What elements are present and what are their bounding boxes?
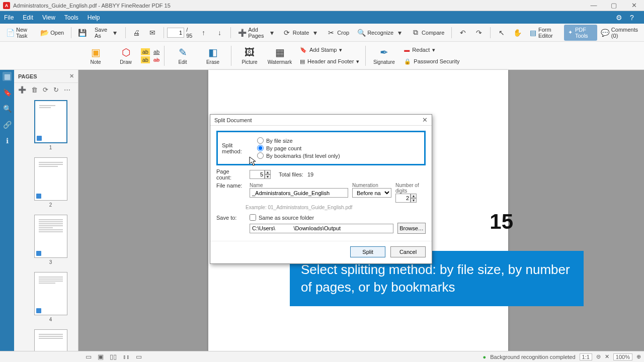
minimize-button[interactable]: — [584,0,604,11]
menu-file[interactable]: File [4,14,14,21]
close-button[interactable]: ✕ [624,0,644,11]
fit-indicator[interactable]: 1:1 [580,353,592,360]
bookmarks-panel-button[interactable]: 🔖 [3,88,12,97]
crop-icon: ✂ [327,29,335,37]
settings-icon[interactable]: ⚙ [614,14,624,22]
watermark-button[interactable]: ▦Watermark [265,43,295,68]
picture-button[interactable]: 🖼Picture [234,43,265,68]
thumbnail-1[interactable]: 1 [34,100,67,150]
crop-button[interactable]: ✂Crop [324,27,353,39]
compare-button[interactable]: ⧉Compare [408,27,448,39]
save-as-button[interactable]: Save As▾ [91,25,122,41]
rotate-button[interactable]: ⟳Rotate▾ [279,27,323,39]
close-panel-button[interactable]: ✕ [69,73,74,79]
help-icon[interactable]: ? [627,14,637,22]
radio-bookmarks[interactable]: By bookmarks (first level only) [257,152,340,159]
password-security-button[interactable]: 🔒Password Security [401,57,462,66]
redact-button[interactable]: ▬Redact▾ [401,46,462,54]
erase-button[interactable]: ◧Erase [198,43,228,68]
chevron-down-icon: ▾ [269,29,275,37]
header-icon: ▤ [300,58,305,65]
view-present-icon[interactable]: ▭ [136,353,142,360]
pages-panel-button[interactable]: ▦ [3,72,12,81]
redo-button[interactable]: ↷ [471,27,487,39]
menu-edit[interactable]: Edit [23,14,33,21]
page-number-input[interactable] [167,28,184,38]
recognize-button[interactable]: 🔍Recognize▾ [354,27,407,39]
save-path-input[interactable] [250,224,393,233]
select-tool[interactable]: ↖ [494,27,509,39]
undo-button[interactable]: ↶ [455,27,470,39]
maximize-button[interactable]: ▢ [604,0,624,11]
refresh-button[interactable]: ↻ [53,86,59,94]
hand-tool[interactable]: ✋ [510,27,525,39]
spin-down[interactable]: ▼ [265,174,271,179]
new-task-label: New Task [16,27,32,39]
digits-input[interactable] [395,194,411,203]
save-button[interactable]: 💾 [75,27,90,39]
view-scroll-icon[interactable]: ⫾⫾ [123,353,130,360]
thumbnail-2[interactable]: 2 [34,157,67,208]
pdf-tools-button[interactable]: ✦PDF Tools [564,25,597,41]
more-button[interactable]: ⋯ [64,86,70,94]
view-fit-icon[interactable]: ▣ [98,353,104,360]
menu-help[interactable]: Help [88,14,100,21]
thumbnails[interactable]: 1 2 3 4 [14,96,78,351]
add-pages-button[interactable]: ➕Add Pages▾ [234,25,278,41]
highlight2-button[interactable]: ab [141,56,150,63]
view-single-icon[interactable]: ▭ [86,353,92,360]
new-task-button[interactable]: 📄New Task [3,25,36,41]
zoom-out-button[interactable]: ⊝ [596,353,601,360]
menu-tools[interactable]: Tools [64,14,78,21]
strikeout-button[interactable]: ab [152,56,161,63]
watermark-label: Watermark [268,59,292,65]
search-panel-button[interactable]: 🔍 [3,104,12,113]
note-button[interactable]: ▣Note [80,43,111,68]
menu-view[interactable]: View [42,14,55,21]
signature-button[interactable]: ✒Signature [369,43,399,68]
next-page-button[interactable]: ↓ [212,27,227,39]
page-count-input[interactable] [250,170,265,179]
dialog-close-button[interactable]: ✕ [422,116,428,124]
split-button[interactable]: Split [350,246,385,257]
thumbnail-5[interactable] [34,329,67,351]
name-input[interactable] [250,188,348,198]
open-button[interactable]: 📂Open [37,27,67,39]
page-count-spinner[interactable]: ▲▼ [250,170,271,179]
thumbnail-4[interactable]: 4 [34,272,67,322]
draw-button[interactable]: ⬡Draw [111,43,141,68]
highlight-button[interactable]: ab [141,48,150,55]
browse-button[interactable]: Browse… [397,223,426,234]
comments-button[interactable]: 💬Comments (0) [598,25,641,41]
signatures-panel-button[interactable]: ℹ [3,136,12,145]
digits-spinner[interactable]: ▲▼ [395,194,426,203]
fit-page-button[interactable]: ✕ [605,353,609,360]
thumbnail-3[interactable]: 3 [34,215,67,265]
numeration-select[interactable]: Before name [352,188,391,198]
document-area[interactable]: 15 Select splitting method: by file size… [78,70,644,351]
same-source-checkbox[interactable]: Same as source folder [250,214,314,221]
email-button[interactable]: ✉ [145,27,160,39]
header-footer-button[interactable]: ▤Header and Footer▾ [297,57,362,66]
spin-up[interactable]: ▲ [265,170,271,174]
delete-button[interactable]: 🗑 [31,86,38,94]
spin-down[interactable]: ▼ [411,198,417,203]
add-button[interactable]: ➕ [18,86,26,94]
zoom-in-button[interactable]: ⊕ [636,353,641,360]
split-method-highlight: Split method: By file size By page count… [216,131,426,165]
form-editor-button[interactable]: ▤Form Editor [526,25,564,41]
view-two-icon[interactable]: ▯▯ [110,353,117,360]
attachments-panel-button[interactable]: 🔗 [3,120,12,129]
radio-page-count[interactable]: By page count [257,145,340,151]
radio-file-size[interactable]: By file size [257,137,340,144]
rotate-button[interactable]: ⟳ [43,86,48,94]
underline-button[interactable]: ab [152,48,161,55]
prev-page-button[interactable]: ↑ [196,27,211,39]
window-title: Administrators_Guide_English.pdf - ABBYY… [13,3,171,9]
zoom-level[interactable]: 100% [613,353,632,360]
add-stamp-button[interactable]: 🔖Add Stamp▾ [297,46,362,54]
cancel-button[interactable]: Cancel [390,246,426,257]
edit-button[interactable]: ✎Edit [168,43,198,68]
print-button[interactable]: 🖨 [129,27,144,39]
spin-up[interactable]: ▲ [411,194,417,198]
